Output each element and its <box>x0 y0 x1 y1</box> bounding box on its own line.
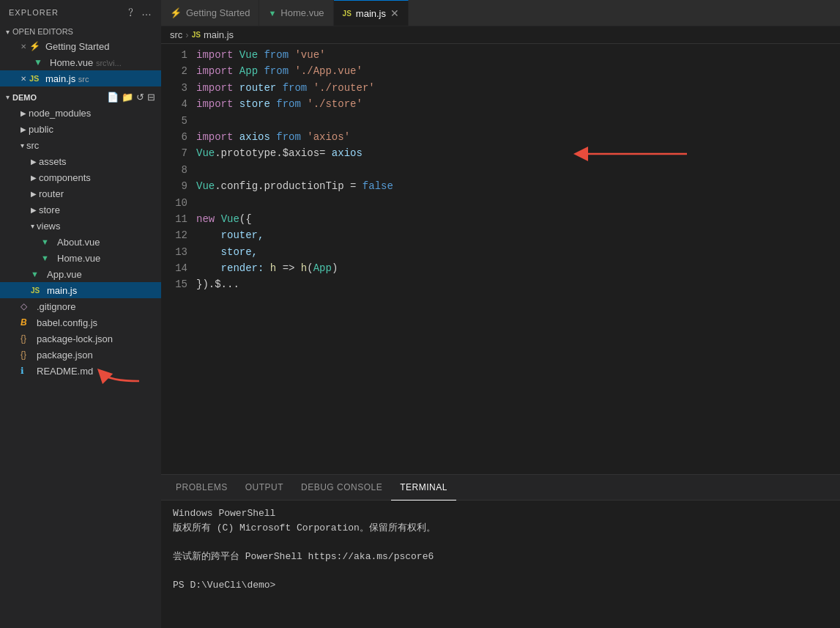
js-tab-icon: JS <box>343 10 352 18</box>
file-label: main.js <box>47 285 77 296</box>
folder-public[interactable]: ▶ public <box>0 121 161 137</box>
code-line-5 <box>196 113 840 129</box>
code-line-12: router, <box>196 227 840 243</box>
new-folder-icon[interactable]: … <box>141 6 152 19</box>
folder-arrow: ▶ <box>21 125 26 133</box>
arrow-annotation <box>577 145 694 163</box>
close-icon[interactable]: ✕ <box>21 43 26 51</box>
file-app-vue[interactable]: ▼ App.vue <box>0 266 161 282</box>
code-line-4: import store from './store' <box>196 96 840 112</box>
folder-label: src <box>26 140 39 151</box>
folder-arrow: ▶ <box>31 174 37 182</box>
folder-components[interactable]: ▶ components <box>0 169 161 185</box>
code-editor[interactable]: 1 2 3 4 5 6 7 8 9 10 11 12 13 14 15 impo… <box>161 44 840 474</box>
terminal-line-2: 版权所有 (C) Microsoft Corporation。保留所有权利。 <box>173 521 828 536</box>
file-readme[interactable]: ℹ README.md <box>0 363 161 379</box>
code-line-14: render: h => h(App) <box>196 260 840 276</box>
vue-icon: ▼ <box>41 237 54 246</box>
folder-arrow: ▶ <box>31 190 37 198</box>
terminal-tab-terminal[interactable]: TERMINAL <box>391 475 456 500</box>
json-icon: {} <box>21 333 34 344</box>
file-label: package.json <box>37 350 93 361</box>
tab-close-icon[interactable]: ✕ <box>390 8 399 18</box>
file-label: Home.vue <box>57 253 100 264</box>
file-package-lock[interactable]: {} package-lock.json <box>0 330 161 347</box>
open-editor-getting-started[interactable]: ✕ ⚡ Getting Started <box>0 38 161 54</box>
new-folder-demo-icon[interactable]: 📁 <box>122 92 133 103</box>
info-icon: ℹ <box>21 366 34 376</box>
code-line-9: Vue.config.productionTip = false <box>196 178 840 194</box>
vue-icon: ▼ <box>34 57 47 67</box>
folder-label: public <box>29 124 53 135</box>
open-editor-label: Getting Started <box>45 41 109 52</box>
terminal-tab-problems[interactable]: PROBLEMS <box>167 475 237 500</box>
open-editors-label: OPEN EDITORS <box>12 27 73 36</box>
breadcrumb-js-icon: JS <box>192 31 201 39</box>
vscode-icon: ⚡ <box>29 41 42 51</box>
git-icon: ◇ <box>21 301 34 311</box>
babel-icon: B <box>21 317 34 328</box>
collapse-icon[interactable]: ⊟ <box>147 92 155 103</box>
new-file-demo-icon[interactable]: 📄 <box>107 92 119 103</box>
new-file-icon[interactable]: ﹖ <box>126 6 137 19</box>
terminal-tab-output[interactable]: OUTPUT <box>237 475 292 500</box>
file-babel-config[interactable]: B babel.config.js <box>0 314 161 330</box>
breadcrumb-src[interactable]: src <box>170 29 182 40</box>
folder-src[interactable]: ▾ src <box>0 137 161 153</box>
breadcrumb-sep: › <box>185 29 188 40</box>
json-icon: {} <box>21 350 34 360</box>
tab-label: Home.vue <box>280 7 324 18</box>
folder-store[interactable]: ▶ store <box>0 202 161 218</box>
code-line-8 <box>196 162 840 178</box>
file-package-json[interactable]: {} package.json <box>0 347 161 363</box>
file-home-vue[interactable]: ▼ Home.vue <box>0 250 161 266</box>
code-lines: import Vue from 'vue' import App from '.… <box>196 44 840 474</box>
file-gitignore[interactable]: ◇ .gitignore <box>0 298 161 314</box>
terminal-line-3 <box>173 535 828 550</box>
vue-tab-icon: ▼ <box>268 9 276 18</box>
code-line-10 <box>196 195 840 211</box>
file-label: package-lock.json <box>37 333 113 344</box>
terminal-line-1: Windows PowerShell <box>173 506 828 521</box>
sidebar-header: Explorer ﹖ … <box>0 0 161 25</box>
vue-icon: ▼ <box>41 254 54 262</box>
folder-label: router <box>39 188 64 199</box>
folder-assets[interactable]: ▶ assets <box>0 153 161 169</box>
tab-label: main.js <box>356 8 386 19</box>
js-icon: JS <box>31 287 44 295</box>
folder-label: components <box>39 172 91 183</box>
file-about-vue[interactable]: ▼ About.vue <box>0 234 161 250</box>
demo-section[interactable]: ▾ DEMO 📄 📁 ↺ ⊟ <box>0 89 161 105</box>
demo-arrow: ▾ <box>6 93 10 101</box>
sidebar-header-actions: ﹖ … <box>126 6 152 19</box>
open-editors-arrow: ▾ <box>6 28 10 36</box>
folder-views[interactable]: ▾ views <box>0 218 161 234</box>
terminal: PROBLEMS OUTPUT DEBUG CONSOLE TERMINAL W… <box>161 474 840 628</box>
js-icon: JS <box>29 74 42 83</box>
open-editor-label: Home.vue src\vi... <box>50 57 122 68</box>
code-line-3: import router from './router' <box>196 80 840 96</box>
refresh-icon[interactable]: ↺ <box>136 92 144 103</box>
folder-router[interactable]: ▶ router <box>0 185 161 202</box>
close-icon[interactable]: ✕ <box>21 75 26 83</box>
file-main-js[interactable]: JS main.js <box>0 282 161 298</box>
terminal-line-4: 尝试新的跨平台 PowerShell https://aka.ms/pscore… <box>173 550 828 564</box>
folder-arrow: ▶ <box>31 206 37 214</box>
folder-node-modules[interactable]: ▶ node_modules <box>0 105 161 121</box>
open-editor-main-js[interactable]: ✕ JS main.js src <box>0 70 161 86</box>
file-label: babel.config.js <box>37 317 97 328</box>
folder-arrow: ▶ <box>21 109 26 117</box>
terminal-line-5 <box>173 564 828 578</box>
vscode-tab-icon: ⚡ <box>170 7 182 18</box>
tab-main-js[interactable]: JS main.js ✕ <box>334 0 409 26</box>
folder-label: store <box>39 204 60 215</box>
terminal-tab-debug[interactable]: DEBUG CONSOLE <box>292 475 391 500</box>
open-editors-section[interactable]: ▾ OPEN EDITORS <box>0 25 161 38</box>
tab-home-vue[interactable]: ▼ Home.vue <box>259 0 333 26</box>
breadcrumb-file[interactable]: main.js <box>204 29 234 40</box>
code-line-2: import App from './App.vue' <box>196 63 840 79</box>
tab-getting-started[interactable]: ⚡ Getting Started <box>161 0 259 26</box>
terminal-prompt[interactable]: PS D:\VueCli\demo> <box>173 578 828 593</box>
open-editor-home-vue[interactable]: ▼ Home.vue src\vi... <box>0 54 161 70</box>
open-editor-label: main.js src <box>45 73 89 84</box>
